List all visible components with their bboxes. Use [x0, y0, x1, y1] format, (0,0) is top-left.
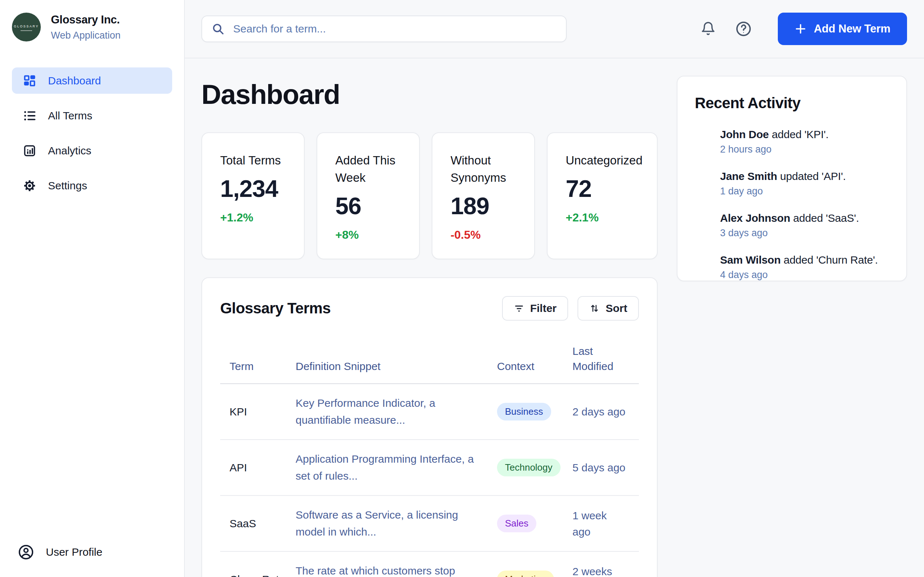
sidebar-item-all-terms[interactable]: All Terms — [12, 102, 172, 129]
recent-activity-title: Recent Activity — [695, 95, 892, 112]
user-profile-button[interactable]: User Profile — [12, 544, 172, 561]
list-icon — [23, 109, 36, 122]
sidebar-item-label: Analytics — [48, 145, 91, 157]
brand: GLOSSARY Glossary Inc. Web Application — [12, 13, 172, 42]
recent-activity-panel: Recent Activity John Doe added 'KPI'. 2 … — [677, 76, 907, 281]
context-badge: Business — [497, 403, 551, 421]
stat-delta: +2.1% — [565, 211, 643, 224]
search-icon — [212, 23, 225, 35]
activity-action: updated 'API'. — [777, 170, 846, 182]
company-logo: GLOSSARY — [12, 13, 41, 42]
stat-card-without-synonyms: Without Synonyms 189 -0.5% — [432, 132, 535, 259]
dashboard-grid-icon — [23, 74, 36, 88]
term-cell: SaaS — [220, 516, 296, 532]
sidebar-item-label: Dashboard — [48, 75, 101, 87]
help-icon[interactable] — [735, 21, 752, 37]
activity-user: Sam Wilson — [720, 254, 781, 266]
filter-icon — [514, 303, 525, 314]
activity-timestamp: 4 days ago — [720, 269, 892, 280]
stat-delta: -0.5% — [451, 228, 520, 242]
stat-label: Without Synonyms — [451, 152, 520, 187]
stat-label: Total Terms — [220, 152, 289, 169]
notifications-bell-icon[interactable] — [701, 21, 716, 37]
sidebar-nav: Dashboard All Terms — [12, 68, 172, 199]
definition-cell: Software as a Service, a licensing model… — [296, 507, 497, 540]
add-new-term-label: Add New Term — [814, 23, 890, 35]
plus-icon — [795, 23, 807, 35]
activity-user: John Doe — [720, 128, 769, 140]
context-badge: Technology — [497, 459, 561, 476]
search-input[interactable] — [201, 16, 567, 42]
filter-button[interactable]: Filter — [502, 296, 568, 321]
glossary-title: Glossary Terms — [220, 300, 331, 317]
column-header-context: Context — [497, 359, 572, 374]
activity-action: added 'Churn Rate'. — [781, 254, 878, 266]
table-row[interactable]: KPI Key Performance Indicator, a quantif… — [220, 384, 639, 440]
activity-item: Sam Wilson added 'Churn Rate'. 4 days ag… — [720, 254, 892, 280]
glossary-terms-panel: Glossary Terms Filter — [201, 277, 657, 577]
term-cell: API — [220, 460, 296, 475]
stat-value: 72 — [565, 175, 643, 202]
activity-timestamp: 3 days ago — [720, 227, 892, 239]
sort-label: Sort — [606, 302, 627, 314]
activity-list: John Doe added 'KPI'. 2 hours ago Jane S… — [695, 128, 892, 280]
stat-label: Added This Week — [335, 152, 405, 187]
sidebar-item-dashboard[interactable]: Dashboard — [12, 68, 172, 94]
stat-value: 189 — [451, 192, 520, 220]
activity-item: John Doe added 'KPI'. 2 hours ago — [720, 128, 892, 155]
analytics-chart-icon — [23, 144, 36, 158]
brand-name: Glossary Inc. — [51, 13, 121, 26]
topbar: Add New Term — [185, 0, 924, 58]
stat-delta: +8% — [335, 228, 405, 242]
context-badge: Sales — [497, 515, 536, 532]
column-header-last-modified: Last Modified — [572, 344, 640, 374]
sidebar-item-label: All Terms — [48, 110, 92, 122]
filter-label: Filter — [530, 302, 557, 314]
svg-text:GLOSSARY: GLOSSARY — [14, 24, 39, 28]
user-profile-label: User Profile — [46, 546, 102, 558]
stat-card-total-terms: Total Terms 1,234 +1.2% — [201, 132, 305, 259]
last-modified-cell: 1 week ago — [572, 508, 640, 540]
stat-value: 56 — [335, 192, 405, 220]
sidebar-item-analytics[interactable]: Analytics — [12, 137, 172, 164]
glossary-table: Term Definition Snippet Context Last Mod… — [220, 344, 639, 577]
brand-subtitle: Web Application — [51, 30, 121, 41]
activity-item: Alex Johnson added 'SaaS'. 3 days ago — [720, 212, 892, 239]
search-box — [201, 16, 567, 42]
activity-timestamp: 2 hours ago — [720, 144, 892, 155]
content: Dashboard Total Terms 1,234 +1.2% Added … — [185, 58, 924, 577]
definition-cell: The rate at which customers stop doing b… — [296, 562, 497, 577]
activity-item: Jane Smith updated 'API'. 1 day ago — [720, 170, 892, 197]
activity-user: Jane Smith — [720, 170, 777, 182]
dashboard-column: Dashboard Total Terms 1,234 +1.2% Added … — [201, 76, 657, 577]
stats-row: Total Terms 1,234 +1.2% Added This Week … — [201, 132, 657, 259]
column-header-definition: Definition Snippet — [296, 359, 497, 374]
stat-label: Uncategorized — [565, 152, 643, 169]
definition-cell: Application Programming Interface, a set… — [296, 451, 497, 484]
definition-cell: Key Performance Indicator, a quantifiabl… — [296, 395, 497, 429]
glossary-table-header: Term Definition Snippet Context Last Mod… — [220, 344, 639, 384]
page-title: Dashboard — [201, 79, 657, 110]
stat-value: 1,234 — [220, 175, 289, 202]
table-row[interactable]: API Application Programming Interface, a… — [220, 440, 639, 496]
sidebar-item-settings[interactable]: Settings — [12, 172, 172, 199]
glossary-actions: Filter Sort — [502, 296, 639, 321]
app-window: GLOSSARY Glossary Inc. Web Application — [0, 0, 924, 577]
topbar-actions: Add New Term — [701, 13, 907, 45]
stat-card-uncategorized: Uncategorized 72 +2.1% — [547, 132, 657, 259]
last-modified-cell: 2 weeks ago — [572, 563, 640, 577]
column-header-term: Term — [220, 359, 296, 374]
activity-action: added 'KPI'. — [769, 128, 829, 140]
activity-user: Alex Johnson — [720, 212, 790, 224]
stat-delta: +1.2% — [220, 211, 289, 224]
term-cell: KPI — [220, 404, 296, 420]
table-row[interactable]: Churn Rate The rate at which customers s… — [220, 552, 639, 577]
sort-button[interactable]: Sort — [577, 296, 639, 321]
gear-icon — [23, 179, 36, 193]
glossary-panel-header: Glossary Terms Filter — [220, 296, 639, 321]
add-new-term-button[interactable]: Add New Term — [778, 13, 907, 45]
activity-action: added 'SaaS'. — [790, 212, 859, 224]
sidebar: GLOSSARY Glossary Inc. Web Application — [0, 0, 185, 577]
table-row[interactable]: SaaS Software as a Service, a licensing … — [220, 496, 639, 552]
activity-timestamp: 1 day ago — [720, 186, 892, 197]
